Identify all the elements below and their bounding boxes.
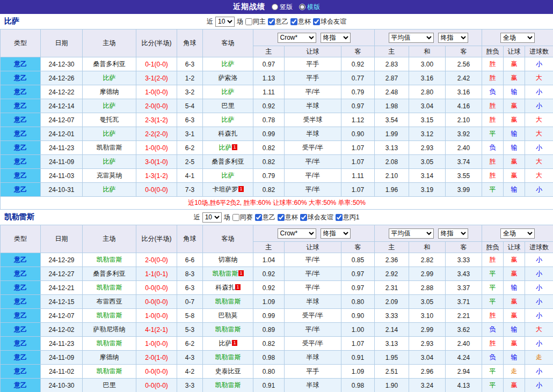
avg-draw-cell: 2.96	[409, 365, 446, 379]
league-filter-checkbox[interactable]	[336, 214, 343, 221]
home-team-name[interactable]: 克雷莫纳	[97, 172, 122, 179]
odds-stage-select[interactable]: 终指	[321, 33, 351, 43]
same-filter-checkbox[interactable]	[245, 18, 252, 25]
corner-cell: 6-3	[177, 281, 203, 295]
league-filter-checkbox[interactable]	[278, 214, 285, 221]
league-filter-checkbox[interactable]	[268, 18, 275, 25]
avg-home-cell: 1.90	[375, 379, 409, 392]
home-team-name[interactable]: 布雷西亚	[97, 298, 122, 305]
league-filter[interactable]: 意杯	[278, 213, 298, 222]
home-team-name[interactable]: 比萨	[103, 102, 116, 109]
home-team-name[interactable]: 凯勒雷斯	[97, 367, 122, 375]
vertical-layout-option[interactable]: 竖版	[272, 3, 293, 12]
goals-result-cell: 小	[525, 99, 553, 113]
home-team-name[interactable]: 凯勒雷斯	[97, 284, 122, 291]
away-team-name[interactable]: 史泰比亚	[215, 367, 241, 375]
home-team-name[interactable]: 摩德纳	[100, 88, 119, 95]
avg-away-cell: 3.92	[446, 127, 482, 141]
away-team-name[interactable]: 比萨	[222, 60, 235, 68]
same-filter-label: 同赛	[240, 213, 253, 222]
away-team-name[interactable]: 凯勒雷斯	[215, 326, 241, 333]
league-filter-checkbox[interactable]	[313, 18, 320, 25]
match-count-select[interactable]: 10	[215, 17, 235, 27]
league-filter-checkbox[interactable]	[300, 214, 307, 221]
home-team-name[interactable]: 桑普多利亚	[93, 270, 126, 277]
away-team-name[interactable]: 切塞纳	[219, 256, 238, 263]
bookmaker-select[interactable]: Crow*	[278, 228, 316, 239]
home-team-name[interactable]: 凯勒雷斯	[97, 144, 122, 151]
home-team-name[interactable]: 比萨	[103, 74, 116, 82]
league-filter[interactable]: 意乙	[255, 213, 275, 222]
horizontal-layout-radio[interactable]	[299, 4, 305, 10]
home-team-name[interactable]: 凯勒雷斯	[97, 256, 122, 263]
avg-away-cell: 2.94	[446, 365, 482, 379]
away-team-name[interactable]: 科森扎	[215, 284, 235, 291]
away-team-name[interactable]: 科森扎	[219, 130, 238, 137]
league-filter[interactable]: 球会友谊	[300, 213, 333, 222]
bookmaker-select[interactable]: Crow*	[278, 33, 316, 43]
league-cell: 意乙	[1, 99, 41, 113]
same-filter[interactable]: 同赛	[232, 213, 253, 222]
away-team-name[interactable]: 卡坦萨罗	[212, 186, 238, 193]
vertical-layout-radio[interactable]	[272, 4, 278, 10]
league-filter[interactable]: 意杯	[290, 17, 311, 26]
home-team-name[interactable]: 凯勒雷斯	[97, 312, 122, 319]
horizontal-layout-option[interactable]: 横版	[299, 3, 320, 12]
away-team-name[interactable]: 巴里	[222, 102, 235, 109]
avg-stage-select[interactable]: 终指	[438, 33, 468, 43]
away-team-name[interactable]: 桑普多利亚	[212, 158, 244, 165]
near-label: 近	[194, 213, 200, 222]
team-name[interactable]: 凯勒雷斯	[4, 212, 34, 222]
home-team-name[interactable]: 桑普多利亚	[93, 60, 126, 68]
same-filter-checkbox[interactable]	[232, 214, 239, 221]
odds-away-cell: 0.98	[341, 379, 375, 392]
league-filter[interactable]: 意乙	[268, 17, 288, 26]
home-team-name[interactable]: 比萨	[103, 186, 116, 193]
subheader-odds-home: 主	[253, 242, 285, 253]
average-odds-group: 平均值终指	[375, 225, 482, 242]
scope-select[interactable]: 全场	[500, 33, 535, 43]
home-team-name[interactable]: 凯勒雷斯	[97, 339, 122, 347]
scope-select[interactable]: 全场	[500, 228, 535, 239]
league-filter[interactable]: 球会友谊	[313, 17, 346, 26]
away-team-name[interactable]: 萨索洛	[219, 74, 238, 82]
average-select[interactable]: 平均值	[389, 33, 434, 43]
home-team-name[interactable]: 曼托瓦	[100, 116, 119, 123]
score-cell: 1-1(0-1)	[136, 267, 177, 281]
away-team-badge: 1	[232, 144, 237, 150]
avg-home-cell: 3.13	[375, 141, 409, 155]
away-team-name[interactable]: 比萨	[219, 144, 231, 151]
date-cell: 24-11-03	[41, 169, 83, 183]
home-team-name[interactable]: 萨勒尼塔纳	[93, 326, 126, 333]
avg-stage-select[interactable]: 终指	[438, 228, 468, 239]
goals-result-cell: 大	[525, 155, 553, 169]
home-team-name[interactable]: 巴里	[103, 381, 116, 389]
odds-stage-select[interactable]: 终指	[321, 228, 351, 239]
match-count-select[interactable]: 10	[202, 212, 222, 223]
odds-away-cell: 0.77	[341, 71, 375, 85]
away-team-name[interactable]: 比萨	[222, 172, 235, 179]
home-team-name[interactable]: 摩德纳	[100, 353, 119, 361]
league-filter-checkbox[interactable]	[255, 214, 262, 221]
result-cell: 平	[482, 183, 504, 197]
same-filter[interactable]: 同主	[245, 17, 266, 26]
handicap-cell: 平/半	[285, 183, 341, 197]
average-select[interactable]: 平均值	[389, 228, 434, 239]
subheader-odds-away: 客	[341, 46, 375, 57]
home-team-cell: 比萨	[83, 155, 136, 169]
home-team-name[interactable]: 比萨	[103, 130, 116, 137]
away-team-name[interactable]: 凯勒雷斯	[215, 381, 241, 389]
team-name[interactable]: 比萨	[4, 17, 19, 26]
result-cell: 平	[482, 127, 504, 141]
league-filter-checkbox[interactable]	[290, 18, 297, 25]
away-team-name[interactable]: 凯勒雷斯	[215, 298, 241, 305]
home-team-cell: 摩德纳	[83, 85, 136, 99]
away-team-name[interactable]: 比萨	[222, 116, 235, 123]
home-team-name[interactable]: 比萨	[103, 158, 116, 165]
league-filter[interactable]: 意丙1	[336, 213, 360, 222]
away-team-name[interactable]: 比萨	[219, 339, 231, 347]
away-team-name[interactable]: 凯勒雷斯	[212, 270, 238, 277]
away-team-name[interactable]: 凯勒雷斯	[215, 353, 241, 361]
away-team-name[interactable]: 比萨	[222, 88, 235, 95]
away-team-name[interactable]: 巴勒莫	[219, 312, 238, 319]
